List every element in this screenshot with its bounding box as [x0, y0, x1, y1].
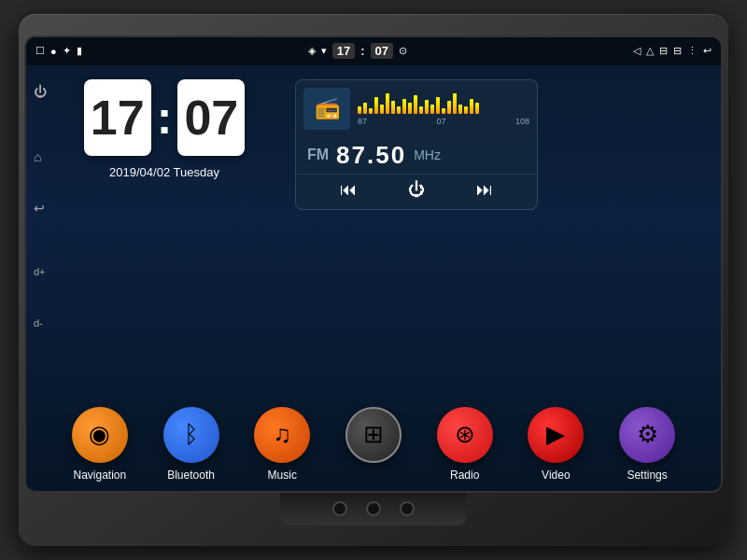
- radio-next-button[interactable]: ⏭: [476, 180, 493, 200]
- spectrum-bar: [447, 101, 451, 114]
- radio-prev-button[interactable]: ⏮: [340, 180, 357, 200]
- app-icon-settings: ⚙: [619, 407, 675, 463]
- radio-top: 📻 87 07 108: [296, 80, 537, 137]
- mount-hole-center: [366, 501, 381, 516]
- status-icons-left: ☐ ● ✦ ▮: [35, 45, 82, 57]
- spectrum-bar: [430, 105, 434, 114]
- clock-colon: :: [157, 91, 173, 145]
- spectrum-bar: [470, 99, 473, 114]
- app-label-music: Music: [268, 469, 297, 482]
- app-label-settings: Settings: [627, 469, 667, 482]
- app-item-navigation[interactable]: ◉Navigation: [63, 407, 137, 482]
- signal-icon: ●: [50, 46, 57, 57]
- radio-main: FM 87.50 MHz: [296, 137, 537, 174]
- spectrum-bar: [391, 101, 395, 114]
- date-display: 2019/04/02 Tuesday: [109, 165, 219, 179]
- spectrum-bar: [453, 93, 457, 114]
- eject-icon: △: [646, 45, 654, 57]
- status-bar: ☐ ● ✦ ▮ ◈ ▾ 17 : 07 ⊙ ◁ △ ⊟ ⊟: [26, 37, 721, 65]
- mount-hole-right: [400, 501, 415, 516]
- spectrum-bars: [358, 91, 529, 114]
- app-icon-video: ▶: [528, 407, 584, 463]
- dots-icon: ⋮: [687, 45, 698, 57]
- home-button[interactable]: ⌂: [34, 149, 41, 164]
- apps-row: ◉NavigationᛒBluetooth♫Music⊞⊛Radio▶Video…: [26, 402, 721, 491]
- car-unit: ☐ ● ✦ ▮ ◈ ▾ 17 : 07 ⊙ ◁ △ ⊟ ⊟: [19, 14, 728, 546]
- power-button[interactable]: ⏻: [34, 84, 47, 99]
- screen: ☐ ● ✦ ▮ ◈ ▾ 17 : 07 ⊙ ◁ △ ⊟ ⊟: [26, 37, 721, 491]
- app-icon-radio: ⊛: [437, 407, 493, 463]
- spectrum-bar: [458, 105, 462, 114]
- radio-band: FM: [307, 147, 329, 163]
- volume-down-button[interactable]: d-: [34, 317, 43, 329]
- date-value: 2019/04/02: [109, 165, 170, 179]
- radio-controls: ⏮ ⏻ ⏭: [296, 174, 537, 205]
- status-time: 17: [332, 43, 355, 59]
- clock-hours: 17: [84, 79, 151, 156]
- app-label-radio: Radio: [450, 469, 479, 482]
- location-icon: ◈: [308, 45, 316, 57]
- spectrum-bar: [414, 95, 417, 114]
- app-item-settings[interactable]: ⚙Settings: [610, 407, 684, 482]
- status-center: ◈ ▾ 17 : 07 ⊙: [308, 43, 407, 59]
- radio-power-button[interactable]: ⏻: [408, 180, 425, 200]
- spectrum-bar: [380, 105, 384, 114]
- day-label: Tuesday: [174, 165, 219, 179]
- app-item-video[interactable]: ▶Video: [518, 407, 593, 482]
- bluetooth-status-icon: ✦: [63, 45, 71, 57]
- spectrum-bar: [464, 106, 468, 114]
- app-icon-bluetooth: ᛒ: [163, 407, 219, 463]
- window-icon: ⊟: [659, 45, 668, 57]
- app-item-bluetooth[interactable]: ᛒBluetooth: [154, 407, 229, 482]
- freq-channel: 07: [436, 117, 445, 126]
- radio-icon: 📻: [303, 88, 350, 130]
- app-item-radio[interactable]: ⊛Radio: [428, 407, 502, 482]
- spectrum-bar: [358, 106, 361, 114]
- clock-widget: 17 : 07 2019/04/02 Tuesday: [62, 79, 267, 210]
- wifi-icon: ▾: [321, 45, 327, 57]
- volume-up-button[interactable]: d+: [34, 266, 46, 277]
- radio-unit: MHz: [414, 147, 441, 162]
- spectrum-bar: [425, 100, 429, 114]
- app-label-bluetooth: Bluetooth: [167, 469, 215, 482]
- spectrum-bar: [363, 103, 367, 114]
- app-icon-navigation: ◉: [72, 407, 128, 463]
- spectrum-bar: [397, 106, 401, 114]
- battery-icon: ▮: [77, 45, 82, 57]
- menu-icon: ⊟: [673, 45, 682, 57]
- clock-display: 17 : 07: [84, 79, 246, 156]
- freq-end: 108: [515, 117, 529, 126]
- spectrum-bar: [475, 103, 479, 114]
- spectrum-bar: [408, 103, 412, 114]
- app-item-music[interactable]: ♫Music: [245, 407, 319, 482]
- camera-status-icon: ⊙: [399, 45, 407, 57]
- app-icon-music: ♫: [254, 407, 310, 463]
- spectrum-bar: [369, 108, 373, 114]
- app-label-video: Video: [542, 469, 570, 482]
- spectrum-bar: [436, 97, 440, 114]
- app-item-apps[interactable]: ⊞: [336, 407, 411, 463]
- back-button[interactable]: ↩: [34, 201, 45, 216]
- spectrum-bar: [419, 106, 423, 114]
- screen-bezel: ☐ ● ✦ ▮ ◈ ▾ 17 : 07 ⊙ ◁ △ ⊟ ⊟: [24, 35, 723, 493]
- volume-status-icon: ◁: [633, 45, 641, 57]
- back-nav-icon[interactable]: ↩: [703, 45, 712, 57]
- freq-start: 87: [358, 117, 367, 126]
- radio-frequency: 87.50: [336, 141, 406, 170]
- device-mount: [280, 493, 467, 525]
- radio-spectrum: 87 07 108: [358, 88, 529, 130]
- clock-minutes: 07: [177, 79, 245, 156]
- radio-widget[interactable]: 📻 87 07 108 FM 87.5: [295, 79, 538, 210]
- app-icon-apps: ⊞: [345, 407, 402, 463]
- app-label-navigation: Navigation: [73, 469, 126, 482]
- notification-icon: ☐: [35, 45, 45, 57]
- status-colon: :: [360, 44, 364, 58]
- status-minutes: 07: [371, 43, 393, 59]
- spectrum-bar: [402, 99, 406, 114]
- freq-labels: 87 07 108: [358, 117, 529, 126]
- main-content: 17 : 07 2019/04/02 Tuesday 📻: [26, 65, 721, 402]
- spectrum-bar: [442, 108, 445, 114]
- spectrum-bar: [386, 93, 389, 114]
- status-icons-right: ◁ △ ⊟ ⊟ ⋮ ↩: [633, 45, 712, 57]
- mount-hole-left: [332, 501, 347, 516]
